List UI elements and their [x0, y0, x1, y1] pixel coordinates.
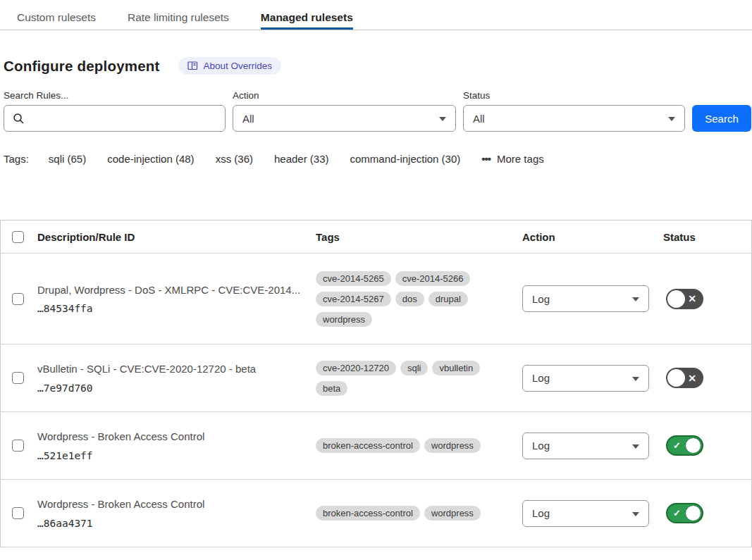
action-filter-value: All: [242, 113, 254, 125]
chevron-down-icon: [668, 117, 675, 121]
tags-bar: Tags: sqli (65)code-injection (48)xss (3…: [4, 153, 752, 165]
search-field: Search Rules...: [4, 90, 226, 132]
rule-tag-pill: wordpress: [316, 312, 372, 327]
rule-action-value: Log: [532, 507, 550, 519]
row-checkbox[interactable]: [12, 507, 24, 519]
status-filter-select[interactable]: All: [463, 105, 685, 132]
table-header-row: Description/Rule ID Tags Action Status: [1, 220, 751, 254]
table-body: Drupal, Wordpress - DoS - XMLRPC - CVE:C…: [1, 254, 751, 547]
more-tags-button[interactable]: ••• More tags: [481, 153, 543, 165]
rule-tag-pill: wordpress: [424, 506, 481, 521]
rule-status-toggle[interactable]: ✕: [666, 368, 703, 388]
rule-action-select[interactable]: Log: [522, 365, 649, 392]
status-filter-label: Status: [463, 90, 685, 101]
rule-action-value: Log: [532, 372, 550, 384]
rule-tag-pill: cve-2014-5265: [316, 271, 391, 286]
select-all-checkbox[interactable]: [12, 231, 24, 243]
row-checkbox[interactable]: [12, 440, 24, 452]
rule-action-select[interactable]: Log: [522, 500, 649, 527]
rule-tag-pill: sqli: [400, 361, 429, 375]
rule-status-toggle[interactable]: ✓: [666, 503, 703, 523]
action-filter-select[interactable]: All: [233, 105, 456, 132]
rule-tag-pill: cve-2020-12720: [316, 361, 396, 375]
rule-tags: cve-2020-12720sqlivbulletinbeta: [312, 358, 518, 399]
about-overrides-label: About Overrides: [204, 61, 273, 71]
rule-tag-pill: vbulletin: [432, 361, 480, 375]
tag-filter-link[interactable]: command-injection (30): [350, 153, 461, 165]
toggle-glyph: ✕: [688, 372, 696, 383]
rule-tag-pill: wordpress: [424, 438, 481, 453]
chevron-down-icon: [632, 377, 639, 381]
toggle-glyph: ✓: [673, 508, 681, 518]
toggle-knob: [685, 505, 701, 521]
rule-title: vBulletin - SQLi - CVE:CVE-2020-12720 - …: [37, 362, 312, 376]
toggle-knob: [667, 369, 685, 387]
rule-tags: broken-access-controlwordpress: [312, 435, 518, 456]
search-input[interactable]: [4, 105, 226, 132]
col-tags: Tags: [312, 231, 518, 243]
rule-action-select[interactable]: Log: [522, 433, 649, 459]
action-filter-label: Action: [233, 90, 456, 101]
rule-status-toggle[interactable]: ✕: [666, 289, 703, 309]
rule-tag-pill: drupal: [429, 292, 468, 306]
tags-bar-label: Tags:: [4, 153, 29, 165]
rule-tag-pill: cve-2014-5267: [316, 292, 391, 306]
row-checkbox[interactable]: [12, 293, 24, 305]
rule-tag-pill: broken-access-control: [316, 506, 420, 521]
rules-table: Description/Rule ID Tags Action Status D…: [0, 220, 752, 547]
chevron-down-icon: [632, 444, 639, 449]
rule-title: Drupal, Wordpress - DoS - XMLRPC - CVE:C…: [37, 283, 312, 297]
toggle-glyph: ✕: [688, 293, 696, 304]
rule-status-toggle[interactable]: ✓: [666, 435, 703, 456]
rule-id: …7e97d760: [37, 382, 312, 394]
rule-id: …86aa4371: [37, 518, 312, 529]
table-row: Drupal, Wordpress - DoS - XMLRPC - CVE:C…: [1, 254, 751, 344]
tag-filter-link[interactable]: xss (36): [216, 153, 253, 165]
chevron-down-icon: [632, 512, 639, 516]
more-tags-label: More tags: [497, 153, 544, 165]
toggle-knob: [667, 290, 685, 308]
table-row: Wordpress - Broken Access Control …86aa4…: [1, 480, 751, 547]
rule-tags: cve-2014-5265cve-2014-5266cve-2014-5267d…: [312, 268, 518, 330]
rule-title: Wordpress - Broken Access Control: [37, 430, 312, 444]
ellipsis-icon: •••: [481, 153, 491, 165]
rule-tag-pill: beta: [316, 381, 347, 396]
toggle-knob: [685, 437, 701, 454]
rule-action-value: Log: [532, 440, 550, 452]
chevron-down-icon: [632, 297, 639, 301]
about-overrides-link[interactable]: About Overrides: [178, 57, 282, 75]
book-icon: [187, 61, 198, 70]
rule-action-value: Log: [532, 293, 550, 305]
col-description: Description/Rule ID: [33, 231, 312, 243]
tag-filter-link[interactable]: header (33): [274, 153, 329, 165]
table-row: vBulletin - SQLi - CVE:CVE-2020-12720 - …: [1, 344, 751, 412]
action-filter-field: Action All: [233, 90, 456, 132]
tag-filter-link[interactable]: code-injection (48): [107, 153, 194, 165]
table-row: Wordpress - Broken Access Control …521e1…: [1, 412, 751, 480]
header-checkbox-cell: [1, 231, 33, 243]
col-status: Status: [659, 231, 751, 243]
search-button[interactable]: Search: [692, 105, 751, 132]
tab-managed-rulesets[interactable]: Managed rulesets: [261, 0, 353, 30]
chevron-down-icon: [439, 117, 446, 121]
row-checkbox[interactable]: [12, 372, 24, 384]
filters-row: Search Rules... Action All Status All Se…: [4, 90, 752, 132]
tag-filter-link[interactable]: sqli (65): [49, 153, 86, 165]
toggle-glyph: ✓: [673, 440, 681, 451]
rule-tags: broken-access-controlwordpress: [312, 503, 518, 523]
status-filter-value: All: [473, 113, 485, 125]
tag-links: sqli (65)code-injection (48)xss (36)head…: [49, 153, 481, 165]
tab-rate-limiting-rulesets[interactable]: Rate limiting rulesets: [128, 0, 229, 30]
rule-tag-pill: dos: [395, 292, 424, 306]
rule-id: …84534ffa: [37, 303, 312, 314]
heading-row: Configure deployment About Overrides: [4, 57, 752, 75]
rule-title: Wordpress - Broken Access Control: [37, 497, 312, 511]
status-filter-field: Status All: [463, 90, 685, 132]
rule-action-select[interactable]: Log: [522, 285, 649, 312]
rule-id: …521e1eff: [37, 450, 312, 461]
page-title: Configure deployment: [4, 58, 160, 75]
ruleset-tabbar: Custom rulesets Rate limiting rulesets M…: [0, 0, 752, 30]
search-label: Search Rules...: [4, 90, 226, 101]
col-action: Action: [518, 231, 659, 243]
tab-custom-rulesets[interactable]: Custom rulesets: [17, 0, 96, 30]
